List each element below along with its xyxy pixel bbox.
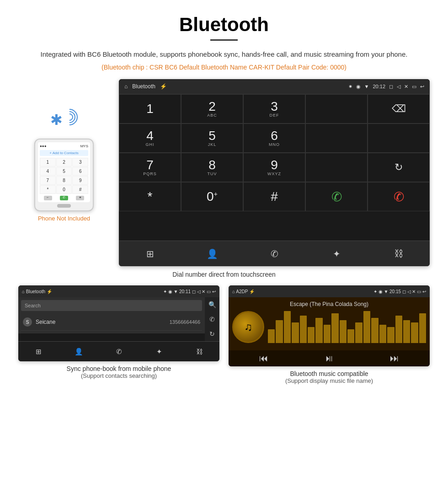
dial-key-hash[interactable]: # [243, 182, 305, 211]
eq-bar [403, 320, 410, 343]
contacts-nav-bt[interactable]: ✦ [150, 343, 168, 361]
contacts-cam-icon[interactable]: ◻ [192, 289, 196, 294]
dial-end-button[interactable]: ✆ [368, 182, 430, 211]
search-bar[interactable]: Search [21, 300, 202, 311]
contacts-home-icon[interactable]: ⌂ [22, 289, 25, 294]
back-icon[interactable]: ↩ [420, 84, 424, 90]
dial-key-4[interactable]: 4 GHI [119, 123, 181, 153]
dial-key-6[interactable]: 6 MNO [243, 123, 305, 153]
music-body: Escape (The Pina Colada Song) ♫ [229, 297, 430, 350]
contacts-caption-sub: (Support contacts searching) [67, 372, 171, 379]
android-dial-screen: ⌂ Bluetooth ⚡ ✷ ◉ ▼ 20:12 ◻ ◁ ✕ ▭ ↩ 1 [119, 79, 430, 266]
center-caption: Dial number direct from touchscreen [0, 271, 448, 278]
contacts-caption-main: Sync phone-book from mobile phone [67, 365, 171, 372]
phone-key-hash: # [72, 185, 88, 194]
title-divider [210, 39, 238, 41]
dial-key-3[interactable]: 3 DEF [243, 94, 305, 123]
dial-backspace-button[interactable]: ⌫ [368, 94, 430, 123]
dial-grid: 1 2 ABC 3 DEF ⌫ 4 GHI 5 JKL [119, 94, 430, 241]
phone-key-9: 9 [72, 176, 88, 185]
contacts-close-icon[interactable]: ✕ [202, 289, 205, 294]
dial-key-2[interactable]: 2 ABC [181, 94, 243, 123]
phone-signal: ●●● [40, 144, 47, 148]
eq-bar [276, 320, 283, 343]
music-caption-main: Bluetooth music compatible [285, 370, 373, 377]
contacts-vol-icon: ◁ [197, 289, 201, 294]
eq-bar [347, 329, 354, 343]
nav-contacts-button[interactable]: 👤 [203, 245, 221, 263]
eq-bar [300, 316, 307, 343]
contact-row[interactable]: S Seicane 13566664466 [21, 314, 202, 331]
prev-track-button[interactable]: ⏮ [259, 353, 268, 364]
phone-top-bar: ●●● MYS [40, 144, 88, 148]
add-contact-label: + Add to Contacts [40, 150, 88, 156]
bluetooth-status-icon: ✷ [348, 84, 352, 90]
contacts-nav-phone[interactable]: ✆ [110, 343, 128, 361]
dial-key-7[interactable]: 7 PQRS [119, 153, 181, 182]
contacts-bottom-nav: ⊞ 👤 ✆ ✦ ⛓ [18, 341, 219, 361]
dial-key-0[interactable]: 0+ [181, 182, 243, 211]
contacts-main-panel: Search S Seicane 13566664466 [18, 297, 205, 341]
camera-icon[interactable]: ◻ [389, 84, 393, 90]
dial-refresh-button[interactable]: ↻ [368, 153, 430, 182]
side-search-icon[interactable]: 🔍 [208, 301, 216, 308]
eq-bar [308, 327, 315, 343]
search-placeholder: Search [25, 303, 41, 308]
next-track-button[interactable]: ⏭ [390, 353, 399, 364]
music-cam-icon[interactable]: ◻ [402, 289, 406, 294]
contacts-loc-icon: ◉ [168, 289, 172, 294]
nav-link-button[interactable]: ⛓ [389, 245, 408, 263]
phone-key-4: 4 [40, 167, 56, 176]
dial-call-button[interactable]: ✆ [305, 182, 368, 211]
contacts-nav-link[interactable]: ⛓ [190, 343, 208, 361]
eq-bar [292, 322, 299, 343]
time-display: 20:12 [373, 84, 385, 89]
music-usb-icon: ⚡ [249, 289, 255, 294]
phone-key-8: 8 [56, 176, 72, 185]
eq-bar [371, 318, 378, 343]
phone-body: ●●● MYS + Add to Contacts 1 2 3 4 5 6 7 … [34, 139, 94, 211]
music-close-icon[interactable]: ✕ [412, 289, 416, 294]
play-pause-button[interactable]: ⏯ [325, 353, 334, 364]
app-name-label: Bluetooth [132, 83, 155, 90]
music-back-icon[interactable]: ↩ [422, 289, 426, 294]
nav-phone-button[interactable]: ✆ [265, 245, 283, 263]
side-phone-icon[interactable]: ✆ [209, 316, 215, 323]
side-refresh-icon[interactable]: ↻ [209, 330, 215, 338]
contacts-signal: ▼ [173, 289, 178, 294]
phone-key-6: 6 [72, 167, 88, 176]
dial-key-9[interactable]: 9 WXYZ [243, 153, 305, 182]
eq-bar [387, 327, 394, 343]
home-icon[interactable]: ⌂ [124, 83, 128, 90]
dial-key-star[interactable]: * [119, 182, 181, 211]
nav-grid-button[interactable]: ⊞ [141, 245, 159, 263]
eq-bar [355, 322, 362, 343]
dial-empty-3 [368, 123, 430, 153]
contacts-bt-icon: ✦ [163, 289, 167, 294]
contacts-status-bar: ⌂ Bluetooth ⚡ ✦ ◉ ▼ 20:11 ◻ ◁ ✕ ▭ ↩ [18, 285, 219, 297]
eq-bar [324, 325, 331, 343]
phone-key-2: 2 [56, 158, 72, 166]
nav-bluetooth-button[interactable]: ✦ [327, 245, 346, 263]
song-title: Escape (The Pina Colada Song) [232, 301, 426, 307]
dial-key-8[interactable]: 8 TUV [181, 153, 243, 182]
music-home-icon[interactable]: ⌂ [232, 289, 235, 294]
contacts-back-icon[interactable]: ↩ [212, 289, 216, 294]
music-status-left: ⌂ A2DP ⚡ [232, 289, 255, 294]
dial-key-5[interactable]: 5 JKL [181, 123, 243, 153]
contacts-nav-grid[interactable]: ⊞ [29, 343, 48, 361]
dial-key-1[interactable]: 1 [119, 94, 181, 123]
tech-info: (Bluetooth chip : CSR BC6 Default Blueto… [0, 64, 448, 71]
phone-menu-btn: ≡ [76, 196, 84, 200]
music-status-bar: ⌂ A2DP ⚡ ✦ ◉ ▼ 20:15 ◻ ◁ ✕ ▭ ↩ [229, 285, 430, 297]
contacts-usb-icon: ⚡ [47, 289, 52, 294]
phone-key-star: * [40, 185, 56, 194]
phone-key-5: 5 [56, 167, 72, 176]
eq-bar [395, 316, 402, 343]
eq-bar [268, 329, 275, 343]
bluetooth-icon: ✱ [50, 111, 63, 129]
phone-call-btn: ✆ [60, 196, 68, 200]
contacts-nav-person[interactable]: 👤 [69, 343, 88, 361]
close-icon[interactable]: ✕ [404, 84, 408, 90]
subtitle: Integrated with BC6 Bluetooth module, su… [0, 49, 448, 60]
